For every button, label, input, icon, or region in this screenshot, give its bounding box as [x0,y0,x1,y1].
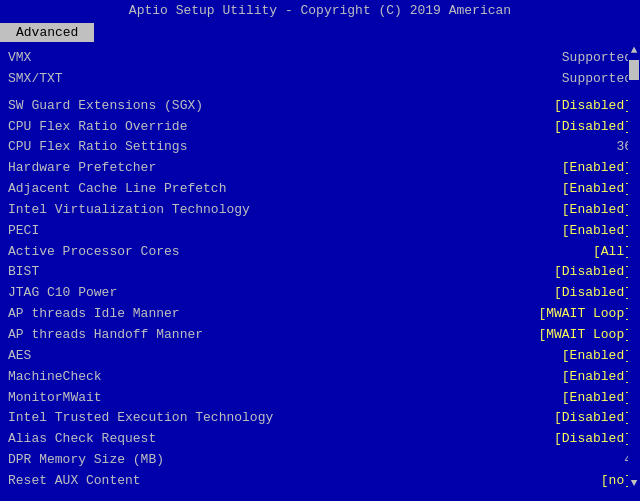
setting-label: MachineCheck [8,368,102,387]
setting-value: [Disabled] [554,284,632,303]
settings-row[interactable]: MachineCheck[Enabled] [8,367,632,388]
setting-label: AP threads Handoff Manner [8,326,203,345]
setting-value: [Enabled] [562,347,632,366]
settings-row[interactable]: PECI[Enabled] [8,221,632,242]
settings-row[interactable]: JTAG C10 Power[Disabled] [8,283,632,304]
settings-row[interactable]: DPR Memory Size (MB)4 [8,450,632,471]
setting-label: JTAG C10 Power [8,284,117,303]
scrollbar[interactable]: ▲ ▼ [628,42,640,491]
setting-value: [Disabled] [554,409,632,428]
setting-label: PECI [8,222,39,241]
title-bar: Aptio Setup Utility - Copyright (C) 2019… [0,0,640,21]
setting-label: DPR Memory Size (MB) [8,451,164,470]
setting-label: Active Processor Cores [8,243,180,262]
main-content: ▲ ▼ VMX Supported SMX/TXT Supported SW G… [0,42,640,491]
setting-label: Reset AUX Content [8,472,141,491]
scrollbar-down-icon[interactable]: ▼ [631,477,638,489]
settings-row[interactable]: BIST[Disabled] [8,262,632,283]
top-item-smx: SMX/TXT Supported [8,69,632,90]
settings-row[interactable]: MonitorMWait[Enabled] [8,388,632,409]
setting-value: [Enabled] [562,389,632,408]
setting-label: SW Guard Extensions (SGX) [8,97,203,116]
setting-value: [Disabled] [554,430,632,449]
settings-row[interactable]: Active Processor Cores[All] [8,242,632,263]
setting-value: [Disabled] [554,118,632,137]
setting-value: [Enabled] [562,159,632,178]
setting-value: [MWAIT Loop] [538,326,632,345]
setting-label: Alias Check Request [8,430,156,449]
smx-label: SMX/TXT [8,70,63,89]
vmx-value: Supported [562,49,632,68]
setting-value: [Enabled] [562,180,632,199]
settings-row[interactable]: SW Guard Extensions (SGX)[Disabled] [8,96,632,117]
setting-label: Intel Trusted Execution Technology [8,409,273,428]
settings-row[interactable]: AES[Enabled] [8,346,632,367]
settings-row[interactable]: Alias Check Request[Disabled] [8,429,632,450]
scrollbar-thumb [629,60,639,80]
setting-label: AP threads Idle Manner [8,305,180,324]
setting-value: [Disabled] [554,263,632,282]
setting-value: [Disabled] [554,97,632,116]
setting-label: CPU Flex Ratio Override [8,118,187,137]
settings-row[interactable]: CPU Flex Ratio Settings36 [8,137,632,158]
smx-value: Supported [562,70,632,89]
setting-label: BIST [8,263,39,282]
scrollbar-up-icon[interactable]: ▲ [631,44,638,56]
settings-row[interactable]: Intel Virtualization Technology[Enabled] [8,200,632,221]
setting-label: Hardware Prefetcher [8,159,156,178]
setting-value: [MWAIT Loop] [538,305,632,324]
settings-row[interactable]: Adjacent Cache Line Prefetch[Enabled] [8,179,632,200]
setting-label: MonitorMWait [8,389,102,408]
setting-label: Intel Virtualization Technology [8,201,250,220]
setting-label: Adjacent Cache Line Prefetch [8,180,226,199]
settings-row[interactable]: Intel Trusted Execution Technology[Disab… [8,408,632,429]
setting-value: [Enabled] [562,201,632,220]
setting-label: AES [8,347,31,366]
settings-row[interactable]: AP threads Idle Manner[MWAIT Loop] [8,304,632,325]
setting-value: [Enabled] [562,368,632,387]
settings-row[interactable]: Reset AUX Content[no] [8,471,632,491]
settings-row[interactable]: Hardware Prefetcher[Enabled] [8,158,632,179]
setting-value: [All] [593,243,632,262]
tab-bar: Advanced [0,21,640,42]
settings-row[interactable]: AP threads Handoff Manner[MWAIT Loop] [8,325,632,346]
setting-value: [Enabled] [562,222,632,241]
settings-list: SW Guard Extensions (SGX)[Disabled]CPU F… [8,96,632,491]
setting-label: CPU Flex Ratio Settings [8,138,187,157]
tab-advanced[interactable]: Advanced [0,23,94,42]
top-info: VMX Supported SMX/TXT Supported [8,48,632,90]
vmx-label: VMX [8,49,31,68]
settings-row[interactable]: CPU Flex Ratio Override[Disabled] [8,117,632,138]
top-item-vmx: VMX Supported [8,48,632,69]
